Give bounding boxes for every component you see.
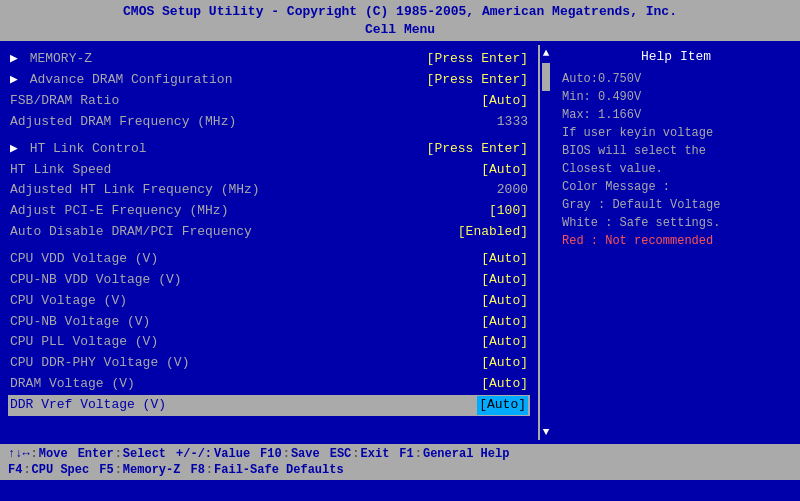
menu-item[interactable]: Adjusted DRAM Frequency (MHz)1333 [8, 112, 530, 133]
menu-item-label: Adjust PCI-E Frequency (MHz) [10, 202, 228, 221]
footer-key: ↑↓↔ [8, 447, 30, 461]
footer-key: F8 [190, 463, 204, 477]
submenu-arrow: ▶ [10, 141, 26, 156]
scroll-track [542, 59, 550, 426]
help-line-red: Red : Not recommended [562, 234, 713, 248]
menu-item[interactable]: DRAM Voltage (V)[Auto] [8, 374, 530, 395]
help-line: Gray : Default Voltage [562, 196, 790, 214]
menu-item-label: HT Link Speed [10, 161, 111, 180]
header-line1: CMOS Setup Utility - Copyright (C) 1985-… [0, 3, 800, 21]
help-line: White : Safe settings. [562, 214, 790, 232]
menu-item[interactable]: FSB/DRAM Ratio[Auto] [8, 91, 530, 112]
right-panel: Help Item Auto:0.750VMin: 0.490VMax: 1.1… [552, 45, 800, 440]
footer-row2: F4:CPU SpecF5:Memory-ZF8:Fail-Safe Defau… [8, 463, 792, 477]
footer-key: F5 [99, 463, 113, 477]
footer-desc: CPU Spec [32, 463, 90, 477]
help-title: Help Item [562, 49, 790, 64]
footer-sep: : [115, 447, 122, 461]
footer-key: Enter [78, 447, 114, 461]
menu-item-label: CPU-NB VDD Voltage (V) [10, 271, 182, 290]
help-line: Min: 0.490V [562, 88, 790, 106]
footer-sep: : [23, 463, 30, 477]
footer-desc: Save [291, 447, 320, 461]
help-line: If user keyin voltage [562, 124, 790, 142]
footer-desc: Exit [361, 447, 390, 461]
menu-item-value: [Auto] [481, 313, 528, 332]
footer-item: ESC:Exit [330, 447, 390, 461]
footer-sep: : [31, 447, 38, 461]
menu-item-label: ▶ MEMORY-Z [10, 50, 92, 69]
menu-item-value: [100] [489, 202, 528, 221]
menu-item-value: [Press Enter] [427, 50, 528, 69]
menu-item-value: [Enabled] [458, 223, 528, 242]
menu-item-value: [Auto] [481, 250, 528, 269]
menu-item[interactable]: Auto Disable DRAM/PCI Frequency[Enabled] [8, 222, 530, 243]
menu-item-value: [Auto] [481, 271, 528, 290]
help-line: Closest value. [562, 160, 790, 178]
menu-item-value: [Auto] [481, 292, 528, 311]
menu-item-value: 1333 [497, 113, 528, 132]
menu-item-value: [Auto] [481, 354, 528, 373]
footer-desc: General Help [423, 447, 509, 461]
menu-item-label: CPU DDR-PHY Voltage (V) [10, 354, 189, 373]
menu-item[interactable]: ▶ HT Link Control[Press Enter] [8, 139, 530, 160]
menu-item-label: DDR Vref Voltage (V) [10, 396, 166, 415]
footer-item: F10:Save [260, 447, 320, 461]
footer-desc: Value [214, 447, 250, 461]
footer-row1: ↑↓↔:MoveEnter:Select+/-/:ValueF10:SaveES… [8, 447, 792, 461]
footer-key: ESC [330, 447, 352, 461]
help-text: Auto:0.750VMin: 0.490VMax: 1.166VIf user… [562, 70, 790, 250]
footer-item: F1:General Help [399, 447, 509, 461]
menu-item-label: ▶ HT Link Control [10, 140, 147, 159]
menu-item[interactable]: CPU DDR-PHY Voltage (V)[Auto] [8, 353, 530, 374]
menu-item[interactable]: CPU-NB VDD Voltage (V)[Auto] [8, 270, 530, 291]
footer-key: F4 [8, 463, 22, 477]
footer-desc: Fail-Safe Defaults [214, 463, 344, 477]
footer-item: +/-/:Value [176, 447, 250, 461]
menu-item[interactable]: CPU-NB Voltage (V)[Auto] [8, 312, 530, 333]
footer-item: ↑↓↔:Move [8, 447, 68, 461]
footer-item: Enter:Select [78, 447, 166, 461]
menu-item[interactable]: DDR Vref Voltage (V)[Auto] [8, 395, 530, 416]
menu-item-value: [Auto] [481, 92, 528, 111]
left-panel: ▶ MEMORY-Z[Press Enter]▶ Advance DRAM Co… [0, 45, 540, 440]
menu-item-value: 2000 [497, 181, 528, 200]
submenu-arrow: ▶ [10, 72, 26, 87]
menu-item-label: ▶ Advance DRAM Configuration [10, 71, 232, 90]
menu-item[interactable]: CPU Voltage (V)[Auto] [8, 291, 530, 312]
scroll-up-arrow[interactable]: ▲ [543, 47, 550, 59]
footer-sep: : [415, 447, 422, 461]
menu-item-label: Adjusted DRAM Frequency (MHz) [10, 113, 236, 132]
menu-item[interactable]: Adjust PCI-E Frequency (MHz)[100] [8, 201, 530, 222]
footer-sep: : [115, 463, 122, 477]
footer-sep: : [352, 447, 359, 461]
footer-item: F8:Fail-Safe Defaults [190, 463, 343, 477]
menu-item[interactable]: CPU VDD Voltage (V)[Auto] [8, 249, 530, 270]
menu-item-label: CPU-NB Voltage (V) [10, 313, 150, 332]
menu-item-value: [Auto] [481, 161, 528, 180]
scroll-down-arrow[interactable]: ▼ [543, 426, 550, 438]
footer-desc: Memory-Z [123, 463, 181, 477]
menu-item-value: [Auto] [481, 333, 528, 352]
help-line: BIOS will select the [562, 142, 790, 160]
scrollbar[interactable]: ▲ ▼ [540, 45, 552, 440]
help-line: Color Message : [562, 178, 790, 196]
footer-sep: : [206, 463, 213, 477]
menu-item-label: CPU PLL Voltage (V) [10, 333, 158, 352]
menu-item-label: CPU Voltage (V) [10, 292, 127, 311]
footer-key: F1 [399, 447, 413, 461]
menu-item[interactable]: HT Link Speed[Auto] [8, 160, 530, 181]
scroll-thumb[interactable] [542, 63, 550, 91]
help-line: Auto:0.750V [562, 70, 790, 88]
menu-item-label: Auto Disable DRAM/PCI Frequency [10, 223, 252, 242]
menu-item[interactable]: ▶ Advance DRAM Configuration[Press Enter… [8, 70, 530, 91]
menu-item[interactable]: Adjusted HT Link Frequency (MHz)2000 [8, 180, 530, 201]
menu-item[interactable]: CPU PLL Voltage (V)[Auto] [8, 332, 530, 353]
menu-item-value: [Auto] [477, 396, 528, 415]
footer-key: +/-/: [176, 447, 212, 461]
header-line2: Cell Menu [0, 21, 800, 39]
menu-item[interactable]: ▶ MEMORY-Z[Press Enter] [8, 49, 530, 70]
menu-item-label: DRAM Voltage (V) [10, 375, 135, 394]
menu-item-value: [Auto] [481, 375, 528, 394]
help-line: Red : Not recommended [562, 232, 790, 250]
